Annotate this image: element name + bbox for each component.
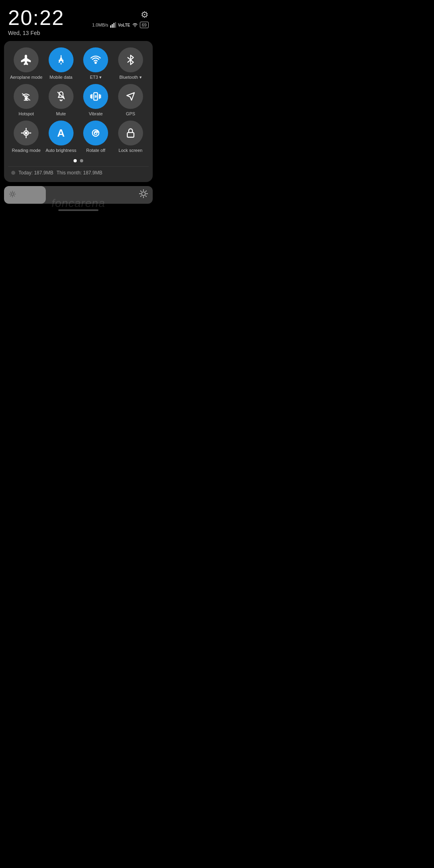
mobile-data-label: Mobile data [49,75,72,80]
toggle-gps[interactable]: GPS [114,84,147,117]
rotate-off-circle [83,121,108,145]
wifi-status-icon [132,22,138,28]
auto-brightness-circle: A [49,121,74,145]
page-dot-2[interactable] [80,159,83,162]
signal-icon [110,22,117,28]
svg-line-40 [145,196,146,197]
svg-line-39 [141,191,141,192]
svg-line-32 [14,192,15,192]
gps-icon [125,91,136,102]
data-dot [11,171,15,175]
svg-rect-1 [112,24,113,28]
vibrate-label: Vibrate [89,111,103,117]
svg-line-41 [145,191,146,192]
volte-icon: VoLTE [118,23,130,27]
wifi-circle [83,47,108,72]
toggle-rotate-off[interactable]: Rotate off [79,121,113,153]
reading-mode-icon [20,127,32,139]
mute-label: Mute [56,111,66,117]
svg-point-4 [135,26,135,27]
reading-mode-circle [14,121,39,145]
battery-indicator: 69 [140,22,149,28]
toggle-mobile-data[interactable]: Mobile data [45,47,78,80]
svg-line-42 [141,196,141,197]
data-month: This month: 187.9MB [57,170,102,176]
toggle-hotspot[interactable]: Hotspot [10,84,43,117]
mobile-data-circle [49,47,74,72]
auto-brightness-letter: A [57,127,65,139]
hotspot-icon [20,91,32,102]
vibrate-icon [90,91,101,102]
time-block: 20:22 Wed, 13 Feb [8,7,64,36]
svg-point-5 [95,62,97,63]
toggle-auto-brightness[interactable]: A Auto brightness [45,121,78,153]
toggle-mute[interactable]: Mute [45,84,78,117]
svg-line-30 [10,192,11,192]
reading-mode-label: Reading mode [12,148,41,153]
pagination [8,159,149,162]
toggle-bluetooth[interactable]: Bluetooth ▾ [114,47,147,80]
mute-icon [55,91,67,102]
data-speed: 1.0MB/s [92,23,108,27]
svg-point-17 [25,132,27,134]
svg-rect-24 [127,133,134,137]
toggle-aeroplane[interactable]: Aeroplane mode [10,47,43,80]
mute-circle [49,84,74,109]
status-bar: 20:22 Wed, 13 Feb ⚙ 1.0MB/s VoLTE [0,0,157,39]
rotate-off-label: Rotate off [86,148,106,153]
quick-settings-panel: Aeroplane mode Mobile data [4,41,153,182]
toggle-vibrate[interactable]: Vibrate [79,84,113,117]
hotspot-circle [14,84,39,109]
gps-label: GPS [126,111,135,117]
gps-circle [118,84,143,109]
svg-point-34 [141,192,145,195]
svg-rect-2 [113,23,115,28]
data-today: Today: 187.9MB [18,170,53,176]
auto-brightness-label: Auto brightness [46,148,76,153]
status-indicators: 1.0MB/s VoLTE [92,22,149,28]
svg-line-33 [10,195,11,196]
svg-point-25 [11,193,14,195]
vibrate-circle [83,84,108,109]
bluetooth-label: Bluetooth ▾ [119,75,142,80]
wifi-icon [90,54,101,66]
svg-line-31 [14,195,15,196]
aeroplane-circle [14,47,39,72]
svg-point-22 [92,130,99,136]
svg-rect-0 [110,25,111,28]
status-right: ⚙ 1.0MB/s VoLTE [92,7,149,28]
toggle-grid: Aeroplane mode Mobile data [8,47,149,154]
clock: 20:22 [8,7,64,28]
brightness-low-icon [9,190,16,199]
lock-screen-icon [125,127,136,139]
aeroplane-label: Aeroplane mode [10,75,43,80]
bluetooth-icon [125,54,136,66]
bluetooth-circle [118,47,143,72]
data-usage: Today: 187.9MB This month: 187.9MB [8,166,149,176]
brightness-slider[interactable] [4,186,153,204]
lock-screen-label: Lock screen [119,148,142,153]
svg-rect-3 [115,22,116,28]
toggle-wifi[interactable]: ET3 ▾ [79,47,113,80]
date: Wed, 13 Feb [8,30,64,36]
home-indicator[interactable] [58,209,98,211]
toggle-reading-mode[interactable]: Reading mode [10,121,43,153]
settings-icon[interactable]: ⚙ [141,10,149,20]
hotspot-label: Hotspot [18,111,34,117]
brightness-high-icon [139,189,148,200]
lock-screen-circle [118,121,143,145]
page-dot-1[interactable] [74,159,77,162]
toggle-lock-screen[interactable]: Lock screen [114,121,147,153]
mobile-data-icon [55,54,67,66]
aeroplane-icon [20,54,32,66]
wifi-label: ET3 ▾ [90,75,102,80]
rotate-off-icon [90,127,101,139]
